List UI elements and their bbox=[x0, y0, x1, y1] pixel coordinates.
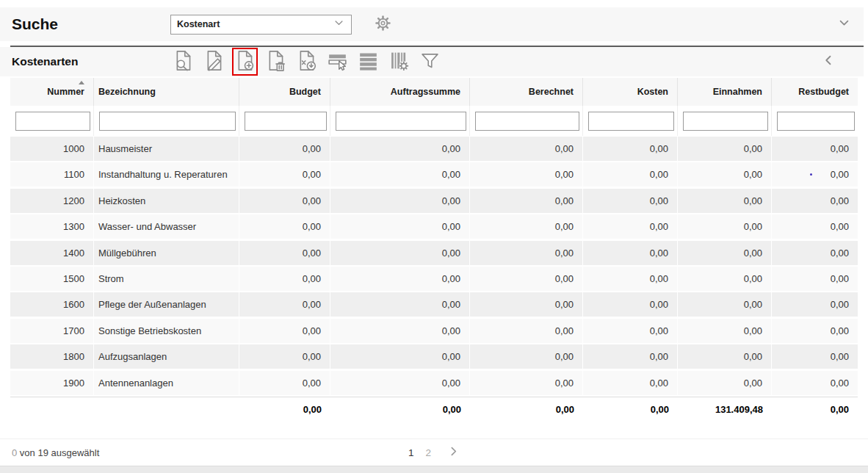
filter-nummer-input[interactable] bbox=[15, 112, 90, 131]
panel-title: Kostenarten bbox=[12, 55, 170, 68]
cell-berechnet: 0,00 bbox=[470, 214, 583, 239]
column-header-budget[interactable]: Budget bbox=[239, 78, 330, 106]
cell-restbudget: 0,00 bbox=[772, 344, 858, 369]
total-bezeichnung bbox=[94, 397, 239, 422]
kostenarten-table: NummerBezeichnungBudgetAuftragssummeBere… bbox=[10, 78, 858, 422]
cell-berechnet: 0,00 bbox=[470, 241, 583, 265]
cell-berechnet: 0,00 bbox=[470, 162, 583, 187]
cell-bezeichnung: Müllgebühren bbox=[94, 241, 239, 265]
table-row[interactable]: 1300Wasser- und Abwasser0,000,000,000,00… bbox=[10, 214, 858, 239]
column-header-berechnet[interactable]: Berechnet bbox=[470, 78, 583, 106]
filter-cell-berechnet bbox=[470, 106, 583, 136]
table-row[interactable]: 1400Müllgebühren0,000,000,000,000,000,00 bbox=[10, 241, 858, 265]
cell-budget: 0,00 bbox=[239, 267, 330, 291]
cell-auftragssumme: 0,00 bbox=[330, 371, 470, 395]
table-row[interactable]: 1900Antennenanlagen0,000,000,000,000,000… bbox=[10, 371, 858, 395]
cell-berechnet: 0,00 bbox=[470, 371, 583, 395]
filter-cell-nummer bbox=[10, 106, 94, 136]
filter-kosten-input[interactable] bbox=[588, 112, 674, 131]
filter-cell-kosten bbox=[583, 106, 678, 136]
filter-einnahmen-input[interactable] bbox=[683, 112, 768, 131]
cell-auftragssumme: 0,00 bbox=[330, 319, 470, 343]
table-row[interactable]: 1100Instandhaltung u. Reperaturen0,000,0… bbox=[10, 162, 858, 187]
column-settings-button[interactable] bbox=[386, 48, 412, 76]
pagination: 12 bbox=[408, 444, 460, 461]
cell-berechnet: 0,00 bbox=[470, 344, 583, 369]
cell-bezeichnung: Sonstige Betriebskosten bbox=[94, 319, 239, 343]
preview-document-button[interactable] bbox=[170, 48, 196, 76]
total-restbudget: 0,00 bbox=[772, 397, 858, 422]
table-row[interactable]: 1500Strom0,000,000,000,000,000,00 bbox=[10, 267, 858, 291]
cell-berechnet: 0,00 bbox=[470, 292, 583, 317]
column-header-label: Bezeichnung bbox=[98, 87, 156, 97]
column-header-auftragssumme[interactable]: Auftragssumme bbox=[330, 78, 470, 106]
cell-budget: 0,00 bbox=[239, 137, 330, 161]
filter-cell-auftragssumme bbox=[330, 106, 470, 136]
table-row[interactable]: 1700Sonstige Betriebskosten0,000,000,000… bbox=[10, 319, 858, 343]
cell-berechnet: 0,00 bbox=[470, 267, 583, 291]
delete-document-button[interactable] bbox=[263, 48, 289, 76]
entity-type-dropdown-value: Kostenart bbox=[177, 19, 333, 29]
column-header-label: Kosten bbox=[637, 87, 668, 97]
cell-kosten: 0,00 bbox=[583, 319, 678, 343]
cell-auftragssumme: 0,00 bbox=[330, 189, 470, 213]
filter-auftragssumme-input[interactable] bbox=[336, 112, 466, 131]
cell-nummer: 1500 bbox=[10, 267, 94, 291]
column-header-kosten[interactable]: Kosten bbox=[583, 78, 678, 106]
select-row-button[interactable] bbox=[325, 48, 350, 76]
entity-type-dropdown[interactable]: Kostenart bbox=[170, 15, 352, 35]
cell-nummer: 1300 bbox=[10, 214, 94, 239]
page-button-1[interactable]: 1 bbox=[408, 447, 414, 458]
filter-cell-budget bbox=[239, 106, 330, 136]
column-header-restbudget[interactable]: Restbudget bbox=[772, 78, 858, 106]
filter-budget-input[interactable] bbox=[245, 112, 327, 131]
cell-einnahmen: 0,00 bbox=[678, 344, 772, 369]
cell-berechnet: 0,00 bbox=[470, 137, 583, 161]
table-body: 1000Hausmeister0,000,000,000,000,000,001… bbox=[10, 137, 858, 395]
next-page-button[interactable] bbox=[447, 444, 460, 461]
edit-document-button[interactable] bbox=[201, 48, 227, 76]
cell-budget: 0,00 bbox=[239, 214, 330, 239]
edit-document-icon bbox=[203, 50, 225, 73]
search-settings-button[interactable] bbox=[373, 13, 393, 36]
collapse-panel-button[interactable] bbox=[822, 53, 836, 71]
cell-auftragssumme: 0,00 bbox=[330, 292, 470, 317]
filter-cell-bezeichnung bbox=[94, 106, 239, 136]
collapse-search-panel-button[interactable] bbox=[836, 17, 852, 32]
cell-nummer: 1600 bbox=[10, 292, 94, 317]
cell-bezeichnung: Hausmeister bbox=[94, 137, 239, 161]
cell-bezeichnung: Pflege der Außenanlagen bbox=[94, 292, 239, 317]
page-button-2[interactable]: 2 bbox=[426, 447, 432, 458]
table-row[interactable]: 1000Hausmeister0,000,000,000,000,000,00 bbox=[10, 137, 858, 161]
cell-kosten: 0,00 bbox=[583, 371, 678, 395]
column-header-nummer[interactable]: Nummer bbox=[10, 78, 94, 106]
column-header-bezeichnung[interactable]: Bezeichnung bbox=[94, 78, 239, 106]
cell-kosten: 0,00 bbox=[583, 292, 678, 317]
cell-nummer: 1700 bbox=[10, 319, 94, 343]
filter-restbudget-input[interactable] bbox=[777, 112, 855, 131]
table-row[interactable]: 1800Aufzugsanlagen0,000,000,000,000,000,… bbox=[10, 344, 858, 369]
export-document-button[interactable] bbox=[294, 48, 319, 76]
row-layout-button[interactable] bbox=[355, 48, 381, 76]
filter-bezeichnung-input[interactable] bbox=[99, 112, 236, 131]
cell-berechnet: 0,00 bbox=[470, 319, 583, 343]
add-document-button[interactable] bbox=[232, 48, 258, 76]
total-nummer bbox=[10, 397, 94, 422]
cell-bezeichnung: Instandhaltung u. Reperaturen bbox=[94, 162, 239, 187]
cursor-artifact-dot bbox=[810, 173, 812, 176]
selection-status: 0 von 19 ausgewählt bbox=[12, 447, 99, 458]
cell-budget: 0,00 bbox=[239, 344, 330, 369]
column-header-einnahmen[interactable]: Einnahmen bbox=[678, 78, 772, 106]
filter-button[interactable] bbox=[417, 48, 443, 76]
cell-bezeichnung: Wasser- und Abwasser bbox=[94, 214, 239, 239]
table-row[interactable]: 1600Pflege der Außenanlagen0,000,000,000… bbox=[10, 292, 858, 317]
cell-einnahmen: 0,00 bbox=[678, 371, 772, 395]
app-window: Suche Kostenart bbox=[0, 0, 868, 473]
cell-restbudget: 0,00 bbox=[772, 319, 858, 343]
kostenarten-panel-header: Kostenarten bbox=[0, 47, 864, 76]
cell-nummer: 1100 bbox=[10, 162, 94, 187]
filter-berechnet-input[interactable] bbox=[475, 112, 579, 131]
cell-bezeichnung: Aufzugsanlagen bbox=[94, 344, 239, 369]
table-row[interactable]: 1200Heizkosten0,000,000,000,000,000,00 bbox=[10, 189, 858, 213]
chevron-down-icon bbox=[836, 17, 852, 32]
